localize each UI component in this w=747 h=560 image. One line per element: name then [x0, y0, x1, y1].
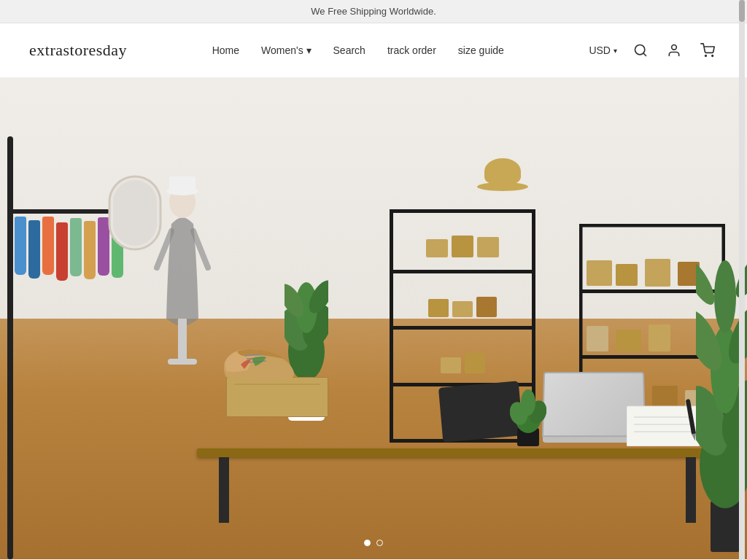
- svg-point-2: [672, 45, 677, 50]
- svg-point-3: [705, 55, 707, 57]
- slider-dots: [364, 540, 383, 546]
- currency-label: USD: [589, 44, 611, 56]
- banner-text: We Free Shipping Worldwide.: [311, 6, 436, 17]
- top-banner: We Free Shipping Worldwide.: [0, 0, 747, 23]
- scrollbar-thumb[interactable]: [739, 0, 745, 22]
- svg-rect-27: [649, 324, 670, 351]
- slider-dot-2[interactable]: [376, 540, 383, 546]
- logo[interactable]: extrastoresday: [29, 41, 127, 60]
- svg-point-53: [714, 260, 736, 333]
- header-icons: USD ▾: [589, 40, 718, 61]
- svg-rect-46: [711, 501, 740, 552]
- svg-rect-23: [645, 259, 670, 287]
- desk-plant: [510, 388, 546, 446]
- header: extrastoresday Home Women's ▾ Search tra…: [0, 23, 747, 78]
- nav-size-guide[interactable]: size guide: [458, 44, 504, 56]
- main-nav: Home Women's ▾ Search track order size g…: [212, 44, 504, 56]
- clipboard: [441, 384, 521, 439]
- svg-rect-21: [587, 260, 612, 286]
- mirror: [106, 173, 164, 253]
- svg-rect-26: [616, 330, 641, 351]
- currency-selector[interactable]: USD ▾: [589, 44, 617, 56]
- nav-track-order[interactable]: track order: [387, 44, 436, 56]
- search-button[interactable]: [630, 40, 651, 61]
- svg-rect-11: [168, 359, 197, 365]
- svg-rect-57: [113, 180, 157, 246]
- svg-rect-7: [169, 176, 196, 192]
- account-button[interactable]: [664, 40, 684, 61]
- svg-point-39: [521, 389, 535, 416]
- currency-chevron-icon: ▾: [614, 47, 617, 55]
- notebook: [627, 399, 707, 446]
- svg-rect-22: [616, 264, 638, 286]
- svg-point-4: [712, 55, 713, 57]
- svg-rect-25: [587, 326, 608, 351]
- scrollbar: [739, 0, 745, 560]
- nav-womens[interactable]: Women's ▾: [261, 44, 311, 56]
- hero-section: [0, 78, 747, 559]
- nav-home[interactable]: Home: [212, 44, 239, 56]
- hero-scene: [0, 78, 747, 559]
- svg-line-1: [643, 53, 646, 56]
- shoe-display: [226, 377, 328, 417]
- slider-dot-1[interactable]: [364, 540, 371, 546]
- desk: [197, 448, 718, 523]
- nav-search[interactable]: Search: [333, 44, 365, 56]
- womens-chevron-icon: ▾: [306, 44, 311, 56]
- cart-button[interactable]: [697, 40, 718, 61]
- svg-rect-10: [178, 319, 187, 362]
- nav-womens-label: Women's: [261, 44, 303, 56]
- wall-hat: [477, 158, 528, 191]
